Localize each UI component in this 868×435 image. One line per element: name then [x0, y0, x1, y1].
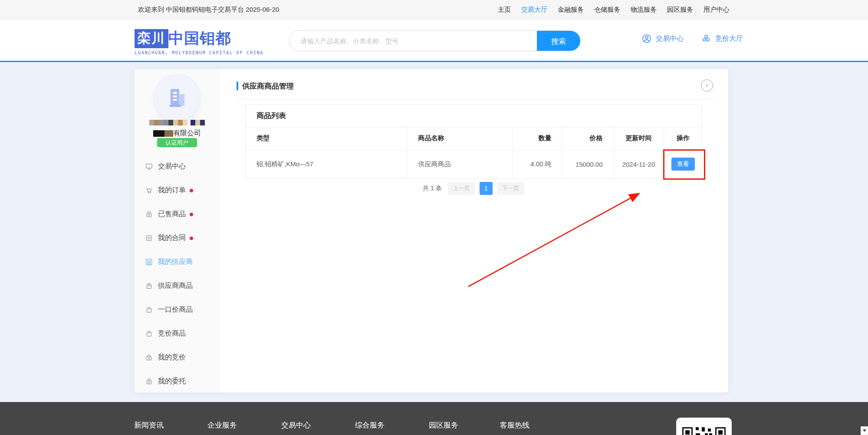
- sidebar-item-label: 我的合同: [158, 234, 186, 243]
- pagination-total: 共 1 条: [423, 185, 442, 192]
- divider: [237, 99, 714, 99]
- sidebar-item-label: 一口价商品: [158, 305, 193, 314]
- sidebar: 有限公司 认证用户 交易中心 我的订单 已售商品: [135, 69, 220, 392]
- sidebar-item-my-contracts[interactable]: 我的合同: [135, 226, 220, 250]
- topnav-warehouse[interactable]: 仓储服务: [594, 6, 620, 14]
- bag-arrow-icon: [145, 377, 153, 386]
- sidebar-item-my-orders[interactable]: 我的订单: [135, 178, 220, 202]
- building-avatar-icon: [164, 85, 190, 110]
- topnav-park[interactable]: 园区服务: [667, 6, 693, 14]
- sidebar-item-label: 我的订单: [158, 186, 186, 195]
- col-header-name: 商品名称: [407, 127, 513, 150]
- sidebar-item-label: 交易中心: [158, 162, 186, 171]
- sidebar-menu: 交易中心 我的订单 已售商品 我的合同: [135, 155, 220, 393]
- bag-icon: [145, 306, 153, 314]
- sidebar-item-label: 竞价商品: [158, 329, 186, 338]
- col-header-type: 类型: [246, 127, 407, 150]
- footer-col-business[interactable]: 企业服务: [207, 420, 237, 430]
- logo-badge: 栾川: [135, 29, 168, 48]
- logo-subtitle: LUANCHUAN, MOLYBDENUM CAPITAL OF CHINA: [135, 50, 263, 55]
- monitor-icon: [145, 162, 153, 171]
- footer-col-park[interactable]: 园区服务: [429, 420, 458, 430]
- view-button[interactable]: 查看: [671, 158, 695, 171]
- header: 栾川 中国钼都 LUANCHUAN, MOLYBDENUM CAPITAL OF…: [0, 20, 868, 62]
- search-input[interactable]: [289, 31, 537, 51]
- company-name: 有限公司: [135, 129, 220, 138]
- goods-list-panel: 商品列表 类型 商品名称 数量 价格 更新时间 操作: [245, 104, 702, 179]
- goods-table: 类型 商品名称 数量 价格 更新时间 操作 钼,钼精矿,KMo—57 供应商商品: [246, 127, 702, 178]
- welcome-text: 欢迎来到 中国钼都钨钼电子交易平台 2025-06-20: [138, 6, 279, 14]
- chevron-left-circle-icon: [704, 82, 710, 89]
- scroll-down-icon: [863, 429, 866, 432]
- page-title-row: 供应商商品管理: [237, 79, 713, 92]
- col-header-qty: 数量: [513, 127, 562, 150]
- avatar: [154, 74, 201, 121]
- cell-type: 钼,钼精矿,KMo—57: [246, 150, 407, 178]
- topnav-logistics[interactable]: 物流服务: [631, 6, 657, 14]
- site-logo[interactable]: 栾川 中国钼都 LUANCHUAN, MOLYBDENUM CAPITAL OF…: [135, 28, 263, 55]
- topnav-user-center[interactable]: 用户中心: [704, 6, 730, 14]
- col-header-updated: 更新时间: [614, 127, 664, 150]
- sidebar-item-my-bids[interactable]: 我的竞价: [135, 346, 220, 369]
- cell-updated: 2024-11-20: [614, 150, 664, 178]
- sidebar-item-supplier-goods[interactable]: 供应商商品: [135, 274, 220, 298]
- sidebar-item-my-delegations[interactable]: 我的委托: [135, 369, 220, 393]
- link-trade-center[interactable]: 交易中心: [641, 33, 684, 44]
- table-header-row: 类型 商品名称 数量 价格 更新时间 操作: [246, 127, 702, 150]
- bag-arrow-icon: [145, 353, 153, 362]
- table-row: 钼,钼精矿,KMo—57 供应商商品 4.00 吨 15000.00 2024-…: [246, 150, 702, 178]
- company-name-suffix: 有限公司: [173, 129, 201, 138]
- cubes-icon: [701, 33, 711, 44]
- cell-name: 供应商商品: [407, 150, 513, 178]
- cell-price: 15000.00: [562, 150, 614, 178]
- footer-col-trade[interactable]: 交易中心: [281, 420, 311, 430]
- logo-text: 中国钼都: [168, 28, 231, 49]
- sidebar-item-label: 我的竞价: [158, 353, 186, 362]
- footer-col-services[interactable]: 综合服务: [355, 420, 385, 430]
- link-bidding-hall[interactable]: 竞价大厅: [701, 33, 743, 44]
- search-bar: 搜索: [289, 30, 581, 51]
- topnav-home[interactable]: 主页: [498, 6, 511, 14]
- col-header-price: 价格: [562, 127, 614, 150]
- back-button[interactable]: [701, 79, 713, 92]
- qr-code: [676, 418, 732, 435]
- footer: 新闻资讯 企业服务 交易中心 综合服务 园区服务 客服热线: [0, 402, 868, 435]
- header-quick-links: 交易中心 竞价大厅: [641, 33, 743, 44]
- footer-col-hotline[interactable]: 客服热线: [500, 420, 529, 430]
- building-icon: [145, 258, 153, 266]
- prev-page-button[interactable]: 上一页: [448, 182, 475, 195]
- bag-icon: [145, 330, 153, 338]
- sidebar-item-my-suppliers[interactable]: 我的供应商: [135, 250, 220, 274]
- contract-icon: [145, 234, 153, 242]
- sidebar-item-sold-goods[interactable]: 已售商品: [135, 202, 220, 226]
- page: 欢迎来到 中国钼都钨钼电子交易平台 2025-06-20 主页 交易大厅 金融服…: [0, 0, 868, 435]
- topbar: 欢迎来到 中国钼都钨钼电子交易平台 2025-06-20 主页 交易大厅 金融服…: [0, 0, 868, 20]
- sidebar-item-bidding-goods[interactable]: 竞价商品: [135, 322, 220, 346]
- quick-link-label: 交易中心: [656, 34, 684, 43]
- topnav-finance[interactable]: 金融服务: [558, 6, 584, 14]
- top-nav: 主页 交易大厅 金融服务 仓储服务 物流服务 园区服务 用户中心: [498, 6, 730, 14]
- sidebar-item-label: 供应商商品: [158, 281, 193, 290]
- next-page-button[interactable]: 下一页: [497, 182, 524, 195]
- col-header-action: 操作: [664, 127, 702, 150]
- qr-code-icon: [682, 427, 726, 435]
- unread-dot: [190, 189, 193, 192]
- title-accent-bar: [237, 82, 238, 90]
- redacted-company-banner: [135, 120, 220, 125]
- unread-dot: [190, 237, 193, 240]
- topnav-trade-hall[interactable]: 交易大厅: [521, 6, 547, 14]
- search-button[interactable]: 搜索: [537, 31, 580, 51]
- sidebar-item-fixed-price-goods[interactable]: 一口价商品: [135, 298, 220, 322]
- page-number-1[interactable]: 1: [480, 182, 493, 195]
- sidebar-item-label: 我的委托: [158, 377, 186, 386]
- sidebar-item-trade-center[interactable]: 交易中心: [135, 155, 220, 178]
- unread-dot: [190, 213, 193, 216]
- sidebar-item-label: 我的供应商: [158, 257, 193, 267]
- panel-title: 商品列表: [246, 105, 701, 127]
- scrollbar-down-button[interactable]: [861, 426, 868, 435]
- main-content: 供应商商品管理 商品列表 类型 商品名称: [220, 69, 728, 392]
- quick-link-label: 竞价大厅: [715, 34, 743, 43]
- cell-qty: 4.00 吨: [513, 150, 562, 178]
- footer-col-news[interactable]: 新闻资讯: [134, 420, 164, 430]
- bag-icon: [145, 282, 153, 290]
